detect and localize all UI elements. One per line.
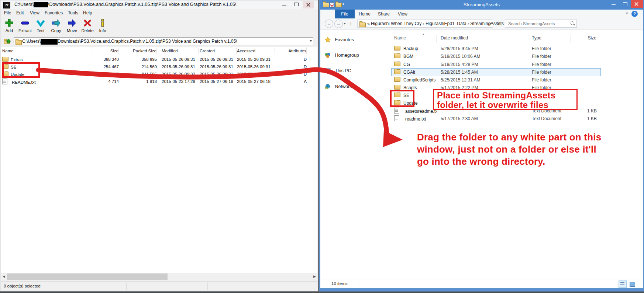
add-button[interactable]: Add xyxy=(1,18,17,33)
menu-edit[interactable]: Edit xyxy=(16,10,24,15)
breadcrumb-item[interactable]: Higurashi When They Cry xyxy=(371,21,421,26)
menu-view[interactable]: View xyxy=(30,10,39,15)
annotation-drag-note: Drag the folder to any white part on thi… xyxy=(417,131,601,168)
annotation-note-box: Place into StreamingAssets folder, let i… xyxy=(433,89,578,110)
table-row[interactable]: Extras 368 340 358 695 2015-05-26 09:31 … xyxy=(1,56,317,63)
tab-share[interactable]: Share xyxy=(378,10,390,18)
annotation-box-7zip-se-update xyxy=(2,62,40,78)
maximize-button[interactable] xyxy=(291,1,302,8)
breadcrumb-item[interactable]: HigurashiEp01_Data xyxy=(426,21,466,26)
explorer-addressbar: ← → ▾ ↑ « Higurashi When They Cry › Higu… xyxy=(320,18,643,30)
table-row[interactable]: CompiledScripts 5/25/2015 12:31 AM File … xyxy=(391,76,605,84)
7zip-titlebar[interactable]: 7z C:\Users\\Downloads\PS3.Voice.and.Gra… xyxy=(0,0,318,10)
sidebar-item-favorites[interactable]: Favorites xyxy=(325,37,354,42)
copy-button[interactable]: Copy xyxy=(48,18,64,33)
7zip-addressbar: C:\Users\Downloads\PS3.Voice.and.Graphic… xyxy=(0,36,318,47)
breadcrumb-bar[interactable]: « Higurashi When They Cry › HigurashiEp0… xyxy=(357,20,493,28)
column-header-packed-size[interactable]: Packed Size xyxy=(119,48,157,54)
address-dropdown-icon[interactable]: ▾ xyxy=(489,22,491,25)
column-header-created[interactable]: Created xyxy=(200,48,237,54)
explorer-titlebar[interactable]: ▾ StreamingAssets xyxy=(320,0,643,10)
menu-help[interactable]: Help xyxy=(83,10,92,15)
menu-file[interactable]: File xyxy=(4,10,11,15)
extract-minus-icon xyxy=(20,18,30,28)
info-button[interactable]: Info xyxy=(95,18,110,33)
tab-home[interactable]: Home xyxy=(359,10,371,18)
column-header-type[interactable]: Type xyxy=(526,35,571,43)
close-button[interactable] xyxy=(631,0,643,8)
sidebar-item-network[interactable]: Network xyxy=(325,84,352,89)
table-row[interactable]: CGAlt 5/28/2015 1:45 AM File folder xyxy=(391,68,605,76)
column-header-name[interactable]: Name xyxy=(1,48,93,54)
sidebar-item-homegroup[interactable]: Homegroup xyxy=(325,52,359,58)
scroll-right-icon[interactable]: ▶ xyxy=(311,273,318,280)
column-header-attributes[interactable]: Attributes xyxy=(287,48,307,54)
recent-dropdown-icon[interactable]: ▾ xyxy=(344,22,346,25)
table-row[interactable]: README.txt 4 714 1 918 2015-05-23 17:28 … xyxy=(1,78,317,85)
combo-dropdown-icon[interactable]: ▾ xyxy=(310,38,312,43)
folder-icon xyxy=(394,85,400,90)
scroll-left-icon[interactable]: ◀ xyxy=(1,273,7,280)
add-plus-icon xyxy=(4,18,14,28)
table-row[interactable]: Update 3 896 737 811 585 2015-05-26 09:3… xyxy=(1,70,317,78)
table-row[interactable]: SE 254 467 214 569 2015-05-26 09:31 2015… xyxy=(1,63,317,70)
column-header-size[interactable]: Size xyxy=(571,35,598,43)
minimize-button[interactable] xyxy=(279,1,290,8)
folder-icon xyxy=(394,46,400,50)
up-button[interactable]: ↑ xyxy=(349,21,352,26)
tab-view[interactable]: View xyxy=(398,10,407,18)
7zip-app-icon: 7z xyxy=(3,2,10,8)
close-button[interactable] xyxy=(303,1,314,8)
breadcrumb-sep-icon: › xyxy=(423,21,424,26)
redaction-box xyxy=(34,2,48,7)
up-folder-icon[interactable] xyxy=(3,38,11,45)
folder-icon xyxy=(394,53,400,58)
move-arrow-icon xyxy=(67,18,77,28)
list-header: Name Size Packed Size Modified Created A… xyxy=(1,48,317,55)
table-row[interactable]: CG 5/19/2015 4:28 PM File folder xyxy=(391,60,605,68)
table-row[interactable]: BGM 5/19/2015 10:06 AM File folder xyxy=(391,52,605,60)
list-header: Name Date modified Type Size xyxy=(391,35,605,43)
explorer-statusbar: 10 items xyxy=(320,279,643,289)
column-header-date-modified[interactable]: Date modified xyxy=(437,35,526,43)
column-header-accessed[interactable]: Accessed xyxy=(237,48,275,54)
details-view-button[interactable] xyxy=(619,280,627,288)
tab-file[interactable]: File xyxy=(335,10,355,18)
homegroup-icon xyxy=(325,52,331,58)
horizontal-scrollbar[interactable]: ◀ ▶ xyxy=(1,273,318,280)
address-combobox[interactable]: C:\Users\Downloads\PS3.Voice.and.Graphic… xyxy=(14,37,313,45)
folder-icon xyxy=(359,22,366,27)
folder-icon xyxy=(394,77,400,82)
column-header-name[interactable]: Name xyxy=(391,35,437,43)
thumbnail-view-button[interactable] xyxy=(628,280,636,288)
folder-icon xyxy=(394,69,400,74)
text-file-icon xyxy=(2,79,7,84)
annotation-box-explorer-se-update xyxy=(390,90,414,107)
back-button[interactable]: ← xyxy=(325,20,333,28)
column-header-size[interactable]: Size xyxy=(93,48,119,54)
column-header-modified[interactable]: Modified xyxy=(162,48,199,54)
star-icon xyxy=(325,37,331,42)
table-row[interactable]: Backup 5/28/2015 9:45 PM File folder xyxy=(391,45,605,52)
breadcrumb: « Higurashi When They Cry › HigurashiEp0… xyxy=(367,21,504,26)
help-icon[interactable]: ? xyxy=(631,11,638,17)
move-button[interactable]: Move xyxy=(64,18,80,33)
delete-button[interactable]: Delete xyxy=(80,18,95,33)
menu-tools[interactable]: Tools xyxy=(68,10,78,15)
test-button[interactable]: Test xyxy=(33,18,48,33)
forward-button[interactable]: → xyxy=(334,20,343,28)
search-input[interactable] xyxy=(507,21,568,26)
7zip-file-list: Name Size Packed Size Modified Created A… xyxy=(1,47,317,273)
ribbon-expand-icon[interactable]: ˅ xyxy=(626,11,628,15)
maximize-button[interactable] xyxy=(620,0,631,8)
extract-button[interactable]: Extract xyxy=(17,18,33,33)
search-box[interactable] xyxy=(505,20,577,28)
sidebar-item-this-pc[interactable]: This PC xyxy=(325,68,351,73)
scrollbar-thumb[interactable] xyxy=(7,273,168,280)
delete-x-icon xyxy=(83,18,92,28)
refresh-icon[interactable]: ↻ xyxy=(496,21,500,26)
table-row[interactable]: readme.txt 5/17/2015 2:30 AM Text Docume… xyxy=(391,115,605,122)
menu-favorites[interactable]: Favorites xyxy=(45,10,63,15)
search-icon[interactable] xyxy=(571,21,574,25)
minimize-button[interactable] xyxy=(608,0,619,8)
